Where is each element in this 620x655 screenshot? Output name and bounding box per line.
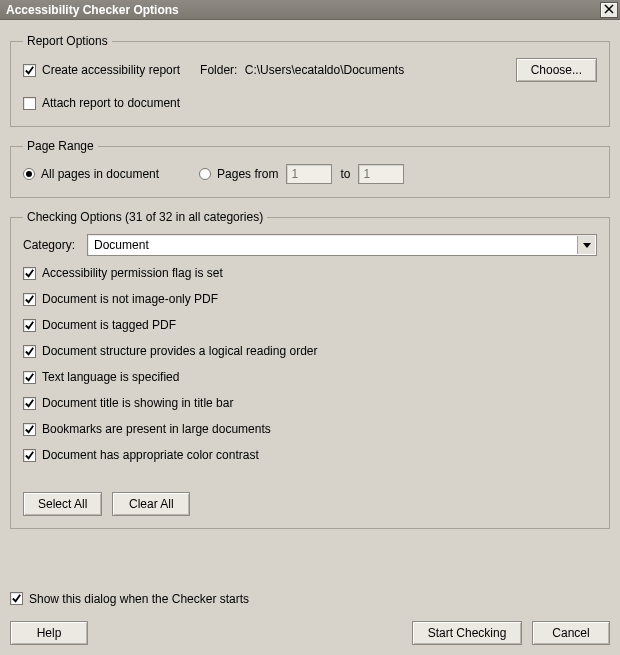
checking-option-label: Document is tagged PDF: [42, 318, 176, 332]
folder-path: C:\Users\ecataldo\Documents: [245, 63, 404, 77]
attach-report-checkbox[interactable]: Attach report to document: [23, 96, 180, 110]
checking-option-checkbox[interactable]: Text language is specified: [23, 370, 597, 384]
folder-label: Folder: C:\Users\ecataldo\Documents: [200, 63, 404, 77]
window-title: Accessibility Checker Options: [6, 3, 179, 17]
pages-from-radio[interactable]: Pages from: [199, 167, 278, 181]
close-button[interactable]: [600, 2, 618, 18]
checking-option-checkbox[interactable]: Document is tagged PDF: [23, 318, 597, 332]
choose-folder-button[interactable]: Choose...: [516, 58, 597, 82]
checking-options-legend: Checking Options (31 of 32 in all catego…: [23, 210, 267, 224]
to-label: to: [340, 167, 350, 181]
chevron-down-icon: [577, 236, 595, 254]
report-options-legend: Report Options: [23, 34, 112, 48]
checking-option-label: Text language is specified: [42, 370, 179, 384]
titlebar: Accessibility Checker Options: [0, 0, 620, 20]
show-dialog-checkbox[interactable]: Show this dialog when the Checker starts: [10, 592, 249, 606]
all-pages-label: All pages in document: [41, 167, 159, 181]
checking-option-checkbox[interactable]: Accessibility permission flag is set: [23, 266, 597, 280]
pages-from-label: Pages from: [217, 167, 278, 181]
create-report-label: Create accessibility report: [42, 63, 180, 77]
dialog-footer: Show this dialog when the Checker starts…: [10, 586, 610, 646]
select-all-button[interactable]: Select All: [23, 492, 102, 516]
start-checking-button[interactable]: Start Checking: [412, 621, 522, 645]
checking-option-label: Accessibility permission flag is set: [42, 266, 223, 280]
checking-option-label: Document has appropriate color contrast: [42, 448, 259, 462]
all-pages-radio[interactable]: All pages in document: [23, 167, 159, 181]
checking-option-checkbox[interactable]: Document has appropriate color contrast: [23, 448, 597, 462]
checking-options-list: Accessibility permission flag is setDocu…: [23, 266, 597, 462]
page-to-input[interactable]: [358, 164, 404, 184]
category-value: Document: [94, 238, 149, 252]
dialog-body: Report Options Create accessibility repo…: [0, 20, 620, 655]
checking-option-checkbox[interactable]: Bookmarks are present in large documents: [23, 422, 597, 436]
checking-option-label: Document is not image-only PDF: [42, 292, 218, 306]
checking-options-group: Checking Options (31 of 32 in all catego…: [10, 210, 610, 529]
checking-option-label: Document title is showing in title bar: [42, 396, 233, 410]
create-report-checkbox[interactable]: Create accessibility report: [23, 63, 180, 77]
page-range-group: Page Range All pages in document Pages f…: [10, 139, 610, 198]
dialog-window: Accessibility Checker Options Report Opt…: [0, 0, 620, 655]
show-dialog-label: Show this dialog when the Checker starts: [29, 592, 249, 606]
checking-option-label: Document structure provides a logical re…: [42, 344, 317, 358]
clear-all-button[interactable]: Clear All: [112, 492, 190, 516]
report-options-group: Report Options Create accessibility repo…: [10, 34, 610, 127]
category-select[interactable]: Document: [87, 234, 597, 256]
attach-report-label: Attach report to document: [42, 96, 180, 110]
checking-option-checkbox[interactable]: Document title is showing in title bar: [23, 396, 597, 410]
close-icon: [604, 4, 614, 16]
checking-option-checkbox[interactable]: Document structure provides a logical re…: [23, 344, 597, 358]
category-label: Category:: [23, 238, 75, 252]
cancel-button[interactable]: Cancel: [532, 621, 610, 645]
help-button[interactable]: Help: [10, 621, 88, 645]
checking-option-label: Bookmarks are present in large documents: [42, 422, 271, 436]
page-range-legend: Page Range: [23, 139, 98, 153]
page-from-input[interactable]: [286, 164, 332, 184]
checking-option-checkbox[interactable]: Document is not image-only PDF: [23, 292, 597, 306]
